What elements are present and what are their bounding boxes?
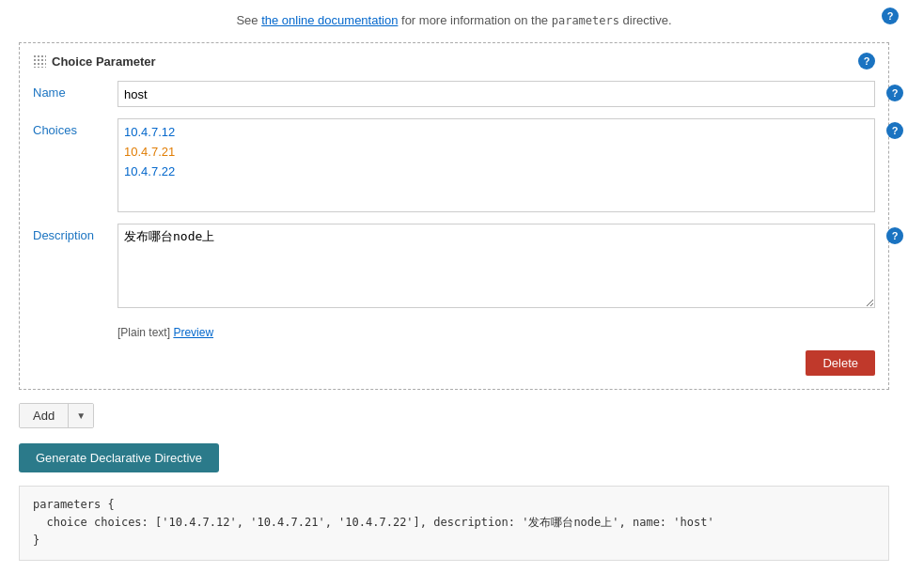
parameters-code: parameters (552, 14, 619, 27)
delete-btn-row: Delete (33, 350, 875, 376)
info-text-before: See (236, 13, 261, 27)
name-label: Name (33, 81, 117, 100)
code-output: parameters { choice choices: ['10.4.7.12… (19, 486, 889, 561)
add-btn-row: Add ▼ (19, 403, 889, 428)
description-help-icon[interactable]: ? (886, 227, 903, 244)
section-title-text: Choice Parameter (52, 54, 156, 69)
delete-button[interactable]: Delete (806, 350, 875, 376)
description-label: Description (33, 224, 117, 242)
preview-link[interactable]: Preview (173, 326, 213, 339)
help-icon[interactable]: ? (882, 8, 899, 24)
choice-item-1: 10.4.7.12 (124, 123, 869, 143)
online-documentation-link[interactable]: the online documentation (261, 13, 398, 27)
format-links: [Plain text] Preview (117, 326, 213, 339)
description-field-wrap: 发布哪台node上 ? (117, 224, 875, 311)
section-help-icon[interactable]: ? (858, 53, 875, 70)
info-text-after: for more information on the (398, 13, 551, 27)
choices-label: Choices (33, 118, 117, 137)
name-field-wrap: ? (117, 81, 875, 107)
add-button[interactable]: Add (20, 404, 69, 427)
choices-help-icon[interactable]: ? (886, 122, 903, 139)
add-btn-group: Add ▼ (19, 403, 94, 428)
top-help-icon[interactable]: ? (882, 8, 899, 24)
info-line: See the online documentation for more in… (19, 13, 889, 27)
section-title: Choice Parameter (33, 54, 156, 69)
name-help-icon[interactable]: ? (886, 85, 903, 101)
add-dropdown-button[interactable]: ▼ (69, 404, 93, 427)
choice-item-3: 10.4.7.22 (124, 162, 869, 182)
name-row: Name ? (33, 81, 875, 107)
section-header: Choice Parameter ? (33, 53, 875, 70)
plain-text-label: [Plain text] (117, 326, 170, 339)
description-row: Description 发布哪台node上 ? (33, 224, 875, 311)
dots-icon (33, 54, 46, 68)
choice-item-2: 10.4.7.21 (124, 143, 869, 162)
info-text-end: directive. (619, 13, 672, 27)
name-input[interactable] (117, 81, 875, 107)
choice-parameter-section: Choice Parameter ? Name ? Choices 10.4.7… (19, 42, 889, 390)
choices-display[interactable]: 10.4.7.12 10.4.7.21 10.4.7.22 (117, 118, 875, 212)
choices-row: Choices 10.4.7.12 10.4.7.21 10.4.7.22 ? (33, 118, 875, 212)
generate-directive-button[interactable]: Generate Declarative Directive (19, 443, 219, 472)
choices-field-wrap: 10.4.7.12 10.4.7.21 10.4.7.22 ? (117, 118, 875, 212)
format-links-row: [Plain text] Preview (33, 322, 875, 339)
description-textarea[interactable]: 发布哪台node上 (117, 224, 875, 308)
